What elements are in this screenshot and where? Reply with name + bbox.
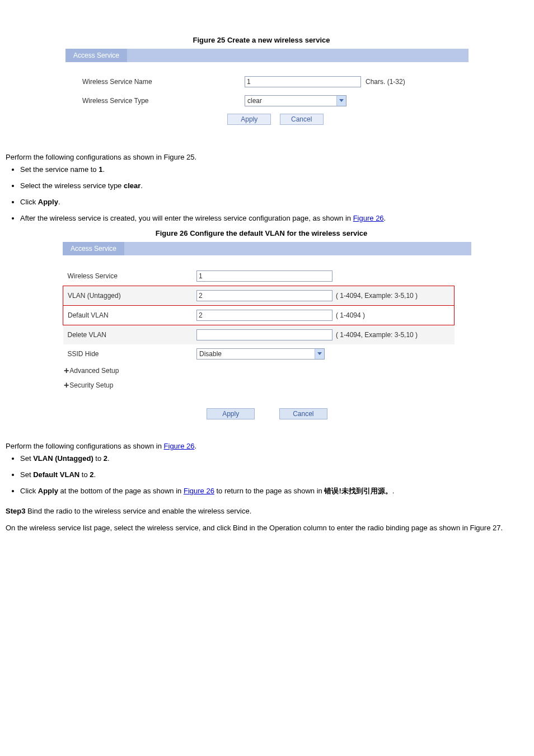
default-vlan-input[interactable] bbox=[196, 310, 332, 321]
step2-intro: Perform the following configurations as … bbox=[6, 153, 517, 161]
wireless-service-input[interactable] bbox=[196, 270, 332, 282]
figure26-screenshot: Access Service Wireless Service VLAN (Un… bbox=[63, 242, 471, 425]
cancel-button[interactable]: Cancel bbox=[279, 408, 327, 419]
figure25-screenshot: Access Service Wireless Service Name Cha… bbox=[65, 49, 469, 136]
step2-item-4: After the wireless service is created, y… bbox=[20, 213, 517, 224]
apply-button[interactable]: Apply bbox=[227, 114, 271, 125]
plus-icon: + bbox=[64, 366, 69, 375]
security-setup-toggle[interactable]: +Security Setup bbox=[63, 378, 471, 393]
vlan-untagged-label: VLAN (Untagged) bbox=[63, 286, 197, 306]
wireless-service-name-input[interactable] bbox=[245, 76, 361, 87]
plus-icon: + bbox=[64, 380, 69, 390]
wireless-service-type-select[interactable]: clear bbox=[245, 95, 346, 106]
step26-item-3: Click Apply at the bottom of the page as… bbox=[20, 486, 517, 497]
delete-vlan-hint: ( 1-4094, Example: 3-5,10 ) bbox=[334, 325, 455, 345]
step2-item-3: Click Apply. bbox=[20, 197, 517, 208]
figure26-link[interactable]: Figure 26 bbox=[164, 442, 195, 450]
chevron-down-icon bbox=[336, 96, 346, 106]
step2-item-2: Select the wireless service type clear. bbox=[20, 181, 517, 192]
figure26-tab: Access Service bbox=[63, 242, 124, 255]
step26-item-1: Set VLAN (Untagged) to 2. bbox=[20, 454, 517, 464]
default-vlan-label: Default VLAN bbox=[63, 306, 197, 325]
svg-marker-0 bbox=[339, 99, 344, 102]
delete-vlan-label: Delete VLAN bbox=[63, 325, 197, 345]
figure25-caption: Figure 25 Create a new wireless service bbox=[6, 36, 517, 44]
wireless-service-name-label: Wireless Service Name bbox=[82, 78, 245, 86]
ssid-hide-label: SSID Hide bbox=[63, 344, 197, 363]
vlan-untagged-input[interactable] bbox=[196, 290, 332, 301]
step26-item-2: Set Default VLAN to 2. bbox=[20, 470, 517, 480]
step2-item-1: Set the service name to 1. bbox=[20, 165, 517, 175]
svg-marker-1 bbox=[317, 352, 322, 355]
figure26-header-bar: Access Service bbox=[63, 242, 471, 255]
wireless-service-type-value: clear bbox=[245, 96, 336, 106]
step26-intro: Perform the following configurations as … bbox=[6, 442, 517, 450]
chevron-down-icon bbox=[315, 349, 324, 359]
ssid-hide-select[interactable]: Disable bbox=[196, 348, 325, 360]
figure26-link[interactable]: Figure 26 bbox=[184, 487, 214, 495]
figure25-tab: Access Service bbox=[65, 49, 127, 62]
step3-heading: Step3 Bind the radio to the wireless ser… bbox=[6, 507, 517, 515]
delete-vlan-input[interactable] bbox=[196, 329, 332, 340]
apply-button[interactable]: Apply bbox=[207, 408, 255, 419]
cancel-button[interactable]: Cancel bbox=[280, 114, 324, 125]
wireless-service-label: Wireless Service bbox=[63, 267, 197, 286]
wireless-service-type-label: Wireless Service Type bbox=[82, 97, 245, 105]
default-vlan-hint: ( 1-4094 ) bbox=[334, 306, 455, 325]
ssid-hide-value: Disable bbox=[197, 349, 315, 359]
advanced-setup-toggle[interactable]: +Advanced Setup bbox=[63, 363, 471, 378]
step3-paragraph: On the wireless service list page, selec… bbox=[6, 522, 517, 534]
figure25-header-bar: Access Service bbox=[65, 49, 469, 62]
vlan-untagged-hint: ( 1-4094, Example: 3-5,10 ) bbox=[334, 286, 455, 306]
wireless-service-name-hint: Chars. (1-32) bbox=[366, 78, 405, 86]
figure26-caption: Figure 26 Configure the default VLAN for… bbox=[6, 229, 517, 237]
figure26-link[interactable]: Figure 26 bbox=[353, 214, 384, 222]
